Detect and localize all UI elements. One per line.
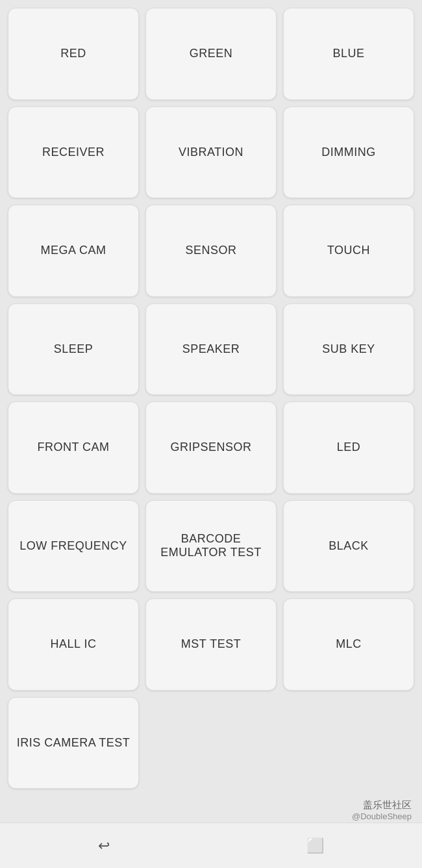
button-barcode-emulator-test[interactable]: BARCODE EMULATOR TEST xyxy=(145,500,277,593)
button-gripsensor[interactable]: GRIPSENSOR xyxy=(145,402,277,494)
button-touch[interactable]: TOUCH xyxy=(283,205,414,297)
button-low-frequency[interactable]: LOW FREQUENCY xyxy=(8,500,139,593)
button-sleep[interactable]: SLEEP xyxy=(8,303,139,396)
back-icon[interactable]: ↩ xyxy=(98,837,110,854)
watermark-line1: 盖乐世社区 xyxy=(0,799,412,811)
button-dimming[interactable]: DIMMING xyxy=(283,107,414,199)
button-led[interactable]: LED xyxy=(283,402,414,494)
button-mst-test[interactable]: MST TEST xyxy=(145,598,277,691)
button-grid: REDGREENBLUERECEIVERVIBRATIONDIMMINGMEGA… xyxy=(0,0,422,797)
button-mlc[interactable]: MLC xyxy=(283,598,414,691)
button-green[interactable]: GREEN xyxy=(145,8,277,100)
button-iris-camera-test[interactable]: IRIS CAMERA TEST xyxy=(8,697,139,789)
button-mega-cam[interactable]: MEGA CAM xyxy=(8,205,139,297)
navigation-bar: ↩ ⬜ xyxy=(0,823,422,868)
watermark: 盖乐世社区 @DoubleSheep xyxy=(0,797,422,823)
button-black[interactable]: BLACK xyxy=(283,500,414,593)
button-sub-key[interactable]: SUB KEY xyxy=(283,303,414,396)
button-hall-ic[interactable]: HALL IC xyxy=(8,598,139,691)
button-receiver[interactable]: RECEIVER xyxy=(8,107,139,199)
button-speaker[interactable]: SPEAKER xyxy=(145,303,277,396)
watermark-line2: @DoubleSheep xyxy=(0,811,412,821)
button-vibration[interactable]: VIBRATION xyxy=(145,107,277,199)
button-red[interactable]: RED xyxy=(8,8,139,100)
button-blue[interactable]: BLUE xyxy=(283,8,414,100)
button-sensor[interactable]: SENSOR xyxy=(145,205,277,297)
home-icon[interactable]: ⬜ xyxy=(306,837,324,854)
button-front-cam[interactable]: FRONT CAM xyxy=(8,402,139,494)
